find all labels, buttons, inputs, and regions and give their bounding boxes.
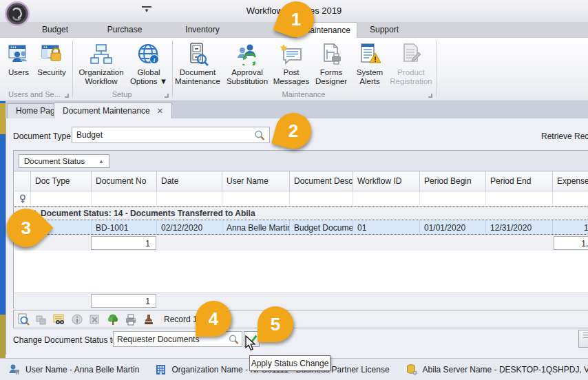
cell-expense: 1,059 [553,220,588,234]
documents-grid: Document Status ▲ Doc Type Document No D… [13,150,588,308]
document-maintenance-panel: Document Type Budget Retrieve Recor Docu… [6,118,588,355]
ribbon-button-label: Users [8,68,29,77]
grid-header-row: Doc Type Document No Date User Name Docu… [14,171,588,191]
tab-budget[interactable]: Budget [36,22,74,38]
tab-purchase-order-invoice[interactable]: Purchase Order/Invoice [84,22,165,38]
preview-icon[interactable] [17,313,30,326]
callout-4: 4 [196,301,231,337]
row-indicator-header [14,171,31,191]
search-icon[interactable] [229,335,239,347]
dialog-launcher-icon[interactable] [65,94,69,98]
cell-user-name: Anna Belle Martin [222,220,290,234]
search-icon[interactable] [254,130,265,143]
ribbon-button-document-maintenance[interactable]: Document Maintenance [174,40,222,86]
ribbon-button-users[interactable]: Users [4,40,33,77]
filter-cell[interactable] [157,191,222,207]
cell-workflow-id: 01 [353,220,420,234]
group-field-label: Document Status [24,157,85,165]
group-label-users-security: Users and Se... [3,90,66,100]
ribbon-button-label: Document Maintenance [174,68,222,86]
print-icon[interactable] [124,313,138,326]
ribbon-button-label: Product Registration [387,68,435,86]
group-separator [72,41,73,97]
dialog-launcher-icon[interactable] [165,94,169,98]
tree-icon[interactable] [106,313,120,326]
ribbon-button-approval-substitution[interactable]: Approval Substitution [222,40,273,86]
dialog-launcher-icon[interactable] [428,94,432,98]
filter-cell[interactable] [31,191,92,207]
callout-number: 4 [209,308,218,330]
group-by-document-status[interactable]: Document Status ▲ [19,154,109,168]
filter-cell[interactable] [486,191,553,207]
ribbon-button-label: Post Messages [273,68,310,86]
group-header-row[interactable]: ▼ Document Status: 14 - Documents Transf… [14,207,588,220]
column-header-period-end[interactable]: Period End [486,171,553,191]
filter-cell[interactable] [353,191,420,207]
filter-cell[interactable] [290,191,353,207]
group-header-text: Document Status: 14 - Documents Transfer… [41,209,255,218]
users-icon [8,43,30,66]
ribbon-button-label: Approval Substitution [222,68,273,86]
document-type-label: Document Type [13,131,71,141]
column-header-doc-type[interactable]: Doc Type [31,171,92,191]
column-header-document-desc[interactable]: Document Desc... [290,171,353,191]
document-type-value: Budget [76,130,103,140]
tooltip: Apply Status Change [249,355,330,371]
ribbon-button-label: Global Options ▼ [128,68,169,86]
clear-icon [88,313,102,326]
group-label-maintenance: Maintenance [176,90,431,100]
group-separator [172,41,173,97]
column-header-document-no[interactable]: Document No [92,171,157,191]
ribbon-button-forms-designer[interactable]: Forms Designer [310,40,353,86]
desktop-background [0,101,6,368]
filter-cell[interactable] [420,191,486,207]
ribbon-button-system-alerts[interactable]: System Alerts [353,40,387,86]
cell-document-no: BD-1001 [92,220,157,234]
grid-filter-row [14,191,588,207]
retrieve-records-link[interactable]: Retrieve Recor [541,131,588,141]
ribbon-button-label: System Alerts [353,68,387,86]
ribbon-button-label: Security [37,68,66,77]
form-printer-icon [320,43,342,66]
change-status-label: Change Document Status to [13,335,117,345]
filter-row-indicator [14,191,31,207]
ribbon-button-global-options[interactable]: i Global Options ▼ [128,40,169,86]
callout-number: 1 [291,9,301,30]
tab-inventory[interactable]: Inventory [178,22,227,38]
callout-5: 5 [258,306,293,342]
find-note-icon[interactable] [52,313,66,326]
ribbon-button-label: Forms Designer [310,68,353,86]
globe-icon: i [137,43,160,66]
column-header-expense[interactable]: Expense [553,171,588,191]
filter-cell[interactable] [222,191,290,207]
stamp-icon[interactable] [142,313,156,326]
ribbon-button-product-registration: Product Registration [387,40,435,86]
quick-access-dropdown-icon[interactable]: ▼ [142,6,151,14]
change-status-value: Requester Documents [117,335,199,344]
close-icon[interactable]: ✕ [157,103,163,119]
ribbon-button-organization-workflow[interactable]: Organization Workflow [74,40,128,86]
cell-period-end: 12/31/2020 [486,220,553,234]
building-icon [156,364,166,375]
ribbon-button-post-messages[interactable]: Post Messages [273,40,310,86]
column-header-workflow-id[interactable]: Workflow ID [353,171,420,191]
status-server: Abila Server Name - DESKTOP-1QSHPDJ, Ver… [398,363,588,377]
filter-cell[interactable] [92,191,157,207]
app-logo-icon[interactable] [4,1,30,27]
column-header-period-begin[interactable]: Period Begin [420,171,486,191]
ribbon-button-security[interactable]: Security [34,40,69,77]
column-header-date[interactable]: Date [157,171,222,191]
tab-support[interactable]: Support [363,22,406,38]
partial-button[interactable]: ☰ [578,330,588,348]
alert-list-icon [359,43,381,66]
document-type-input[interactable]: Budget [72,127,270,143]
database-icon [406,364,417,375]
info-icon [70,313,84,326]
table-row[interactable]: BD-1001 02/12/2020 Anna Belle Martin Bud… [14,220,588,235]
column-header-user-name[interactable]: User Name [222,171,290,191]
tab-document-maintenance[interactable]: Document Maintenance ✕ [54,103,172,118]
cell-document-desc: Budget Docume... [290,220,353,234]
status-user: User Name - Anna Belle Martin [0,363,147,377]
filter-cell[interactable] [553,191,588,207]
user-icon [8,363,20,375]
